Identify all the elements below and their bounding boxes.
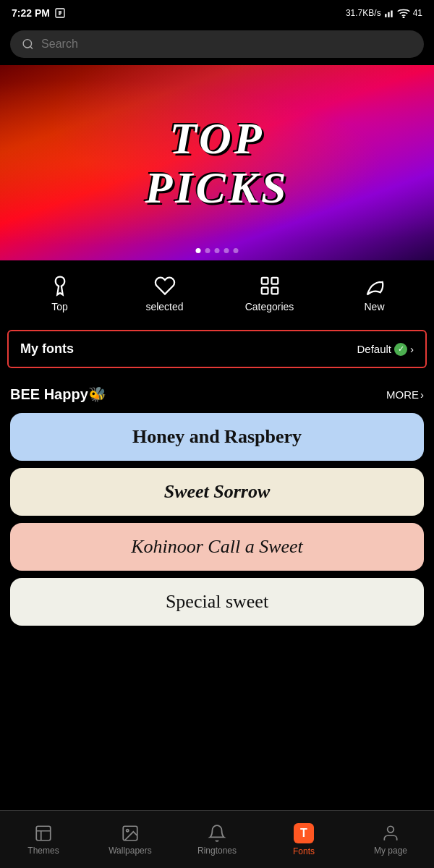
font-sweet-text: Sweet Sorrow <box>164 481 271 503</box>
font-card-honey[interactable]: Honey and Raspbery <box>10 413 424 461</box>
bottom-nav-themes[interactable]: Themes <box>14 824 72 856</box>
bottom-nav-mypage[interactable]: My page <box>362 824 420 856</box>
mypage-label: My page <box>374 846 407 856</box>
bottom-nav-wallpapers[interactable]: Wallpapers <box>101 824 159 856</box>
svg-rect-10 <box>36 826 51 841</box>
nav-item-top[interactable]: Top <box>31 275 89 312</box>
status-right: 31.7KB/s 41 <box>346 8 422 18</box>
nav-item-new[interactable]: New <box>346 275 404 312</box>
themes-icon <box>34 824 53 843</box>
leaf-icon <box>364 275 386 297</box>
more-chevron: › <box>420 388 424 401</box>
ringtones-label: Ringtones <box>197 846 237 856</box>
sim-icon <box>54 7 66 19</box>
grid-icon <box>259 275 281 297</box>
search-bar[interactable] <box>10 30 424 58</box>
my-fonts-label: My fonts <box>20 341 74 357</box>
status-bar: 7:22 PM 31.7KB/s 41 <box>0 0 434 26</box>
battery-label: 41 <box>413 8 422 18</box>
my-fonts-chevron: › <box>410 343 414 355</box>
bottom-nav: Themes Wallpapers Ringtones T Fonts My p… <box>0 810 434 868</box>
font-card-sweet[interactable]: Sweet Sorrow <box>10 468 424 516</box>
font-card-special[interactable]: Special sweet <box>10 578 424 626</box>
font-koh-text: Kohinoor Call a Sweet <box>131 536 303 558</box>
banner-text: TOP PICKS <box>145 114 289 212</box>
svg-point-13 <box>388 826 394 833</box>
search-input[interactable] <box>41 38 412 51</box>
nav-top-label: Top <box>51 301 68 312</box>
more-link[interactable]: MORE › <box>386 388 424 401</box>
dot-3 <box>215 248 220 253</box>
font-card-kohinoor[interactable]: Kohinoor Call a Sweet <box>10 523 424 571</box>
status-time: 7:22 PM <box>12 7 66 19</box>
my-fonts-right: Default ✓ › <box>357 343 414 356</box>
font-honey-text: Honey and Raspbery <box>132 426 302 448</box>
banner-line2: PICKS <box>145 163 289 212</box>
bottom-nav-ringtones[interactable]: Ringtones <box>188 824 246 856</box>
bottom-nav-fonts[interactable]: T Fonts <box>275 823 333 856</box>
wallpapers-label: Wallpapers <box>109 846 152 856</box>
category-nav: Top selected Categories New <box>0 260 434 320</box>
my-fonts-status: Default <box>357 343 391 355</box>
nav-categories-label: Categories <box>245 301 294 312</box>
svg-rect-2 <box>388 12 389 17</box>
more-label: MORE <box>386 388 419 401</box>
fonts-label: Fonts <box>293 846 315 856</box>
nav-selected-label: selected <box>145 301 183 312</box>
fonts-icon: T <box>294 823 314 843</box>
svg-rect-9 <box>271 288 278 294</box>
font-cards-container: Honey and Raspbery Sweet Sorrow Kohinoor… <box>0 413 434 626</box>
themes-label: Themes <box>27 846 59 856</box>
banner-dots <box>196 248 239 253</box>
time-label: 7:22 PM <box>12 7 50 19</box>
mypage-icon <box>381 824 400 843</box>
section-title: BEE Happy🐝 <box>10 386 106 403</box>
check-icon: ✓ <box>394 343 407 356</box>
nav-new-label: New <box>364 301 384 312</box>
svg-point-5 <box>23 40 31 48</box>
svg-rect-1 <box>385 14 386 17</box>
ribbon-icon <box>49 275 71 297</box>
section-header: BEE Happy🐝 MORE › <box>0 378 434 413</box>
heart-icon <box>154 275 176 297</box>
svg-point-12 <box>127 829 129 831</box>
svg-rect-6 <box>261 278 268 284</box>
search-icon <box>22 38 34 51</box>
network-speed: 31.7KB/s <box>346 8 381 18</box>
wallpapers-icon <box>121 824 140 843</box>
banner-line1: TOP <box>145 114 289 163</box>
svg-rect-7 <box>271 278 278 284</box>
dot-2 <box>205 248 210 253</box>
banner: TOP PICKS <box>0 65 434 260</box>
nav-item-selected[interactable]: selected <box>136 275 194 312</box>
svg-point-4 <box>403 17 404 18</box>
signal-icon <box>384 8 394 18</box>
my-fonts-row[interactable]: My fonts Default ✓ › <box>7 330 427 368</box>
font-special-text: Special sweet <box>166 591 268 613</box>
svg-rect-8 <box>261 288 268 294</box>
dot-4 <box>224 248 229 253</box>
dot-5 <box>234 248 239 253</box>
wifi-icon <box>397 8 410 18</box>
svg-rect-3 <box>391 11 392 17</box>
dot-1 <box>196 248 201 253</box>
ringtones-icon <box>208 824 226 843</box>
nav-item-categories[interactable]: Categories <box>241 275 299 312</box>
